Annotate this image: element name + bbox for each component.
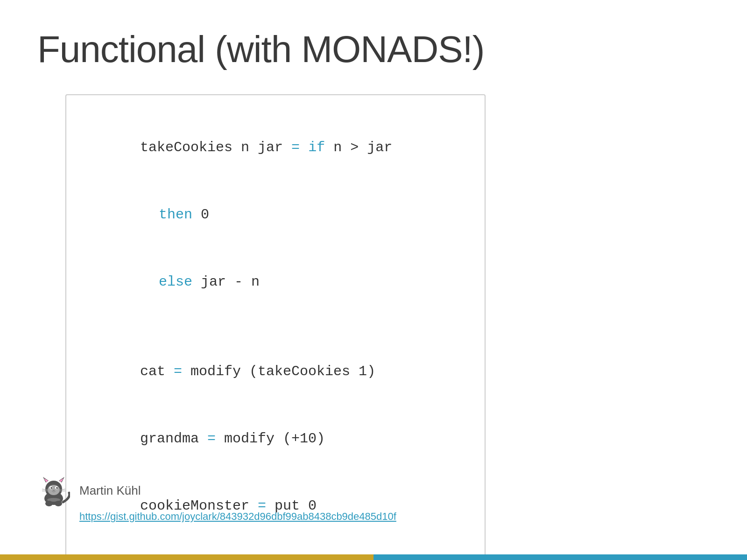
svg-point-11 [53,490,55,491]
code-line-1: takeCookies n jar = if n > jar [90,114,461,181]
avatar [37,474,70,507]
svg-point-10 [56,487,58,489]
svg-point-17 [45,501,53,506]
bottom-bar [0,554,747,560]
code-line-2: then 0 [90,181,461,248]
github-link[interactable]: https://gist.github.com/joyclark/843932d… [79,511,396,523]
slide-title: Functional (with MONADS!) [37,28,710,71]
author-row: Martin Kühl [37,474,396,507]
author-name: Martin Kühl [79,483,141,498]
code-line-6: grandma = modify (+10) [90,405,461,472]
bar-gold [0,554,374,560]
footer: Martin Kühl https://gist.github.com/joyc… [37,474,396,523]
svg-point-9 [51,487,52,489]
slide-container: Functional (with MONADS!) takeCookies n … [0,0,747,560]
code-blank-1 [90,315,461,338]
code-line-5: cat = modify (takeCookies 1) [90,338,461,405]
bar-teal [374,554,747,560]
svg-point-18 [55,501,62,506]
code-line-3: else jar - n [90,248,461,315]
